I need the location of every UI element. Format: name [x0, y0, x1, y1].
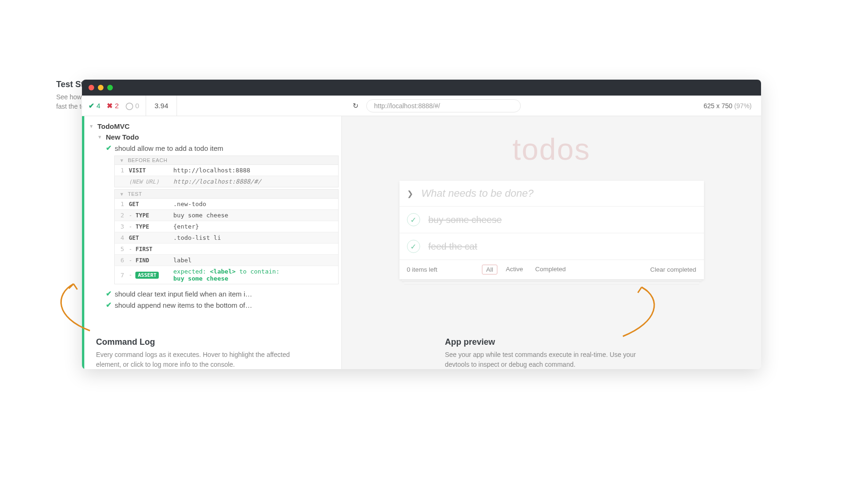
app-heading: todos — [512, 132, 591, 167]
items-left-label: 0 items left — [407, 266, 437, 273]
test-row[interactable]: ✔ should clear text input field when an … — [89, 288, 339, 299]
todo-toggle[interactable]: ✓ — [407, 213, 420, 226]
command-row[interactable]: 5FIRST — [115, 244, 338, 255]
command-row[interactable]: 7ASSERTexpected: <label> to contain: buy… — [115, 266, 338, 284]
window-minimize-button[interactable] — [98, 85, 104, 90]
test-status-bar: ✔4 ✖2 ◯0 3.94 ↻ http://localhost:8888/#/… — [82, 96, 761, 116]
chevron-down-icon[interactable]: ❯ — [407, 189, 413, 198]
command-name: FIRST — [127, 244, 171, 254]
assert-badge: ASSERT — [135, 272, 159, 279]
filter-active[interactable]: Active — [502, 265, 527, 274]
caret-down-icon: ▼ — [89, 124, 95, 129]
window-titlebar — [82, 80, 761, 96]
test-row[interactable]: ✔ should allow me to add a todo item — [89, 142, 339, 154]
line-number: 2 — [115, 210, 127, 221]
new-todo-input[interactable]: What needs to be done? — [422, 187, 534, 200]
window-maximize-button[interactable] — [107, 85, 113, 90]
section-header[interactable]: ▼ TEST — [114, 189, 339, 198]
callout-title: App preview — [445, 337, 656, 347]
command-row[interactable]: (NEW URL)http://localhost:8888/#/ — [115, 176, 338, 187]
todo-footer: 0 items left All Active Completed Clear … — [399, 260, 704, 279]
caret-down-icon: ▼ — [97, 134, 103, 140]
reload-icon: ↻ — [353, 102, 359, 110]
window-close-button[interactable] — [89, 85, 94, 90]
command-name: TYPE — [127, 222, 171, 232]
callout-title: Command Log — [96, 337, 316, 347]
command-row[interactable]: 2TYPEbuy some cheese — [115, 210, 338, 221]
test-runner-window: ✔4 ✖2 ◯0 3.94 ↻ http://localhost:8888/#/… — [82, 80, 761, 369]
command-value — [171, 247, 338, 251]
command-value: buy some cheese — [171, 210, 338, 221]
command-name: TYPE — [127, 210, 171, 221]
test-duration: 3.94 — [146, 96, 177, 116]
passed-count[interactable]: ✔4 — [89, 102, 100, 110]
command-name: GET — [127, 199, 171, 209]
command-value: expected: <label> to contain: buy some c… — [171, 266, 338, 284]
filter-all[interactable]: All — [482, 265, 497, 274]
command-row[interactable]: 3TYPE{enter} — [115, 221, 338, 232]
x-icon: ✖ — [107, 102, 113, 110]
line-number: 1 — [115, 199, 127, 209]
viewport-size-display[interactable]: 625 x 750 (97%) — [694, 102, 761, 110]
context-row[interactable]: ▼ New Todo — [89, 132, 339, 142]
command-name: VISIT — [127, 165, 171, 176]
failed-count[interactable]: ✖2 — [107, 102, 118, 110]
todo-item[interactable]: ✓buy some cheese — [399, 207, 704, 233]
line-number: 1 — [115, 165, 127, 176]
command-value: http://localhost:8888/#/ — [171, 176, 338, 187]
line-number: 7 — [115, 270, 127, 281]
clear-completed-button[interactable]: Clear completed — [650, 266, 696, 273]
callout-desc: See your app while test commands execute… — [445, 350, 656, 369]
check-icon: ✔ — [106, 301, 112, 309]
circle-icon: ◯ — [126, 102, 133, 110]
command-row[interactable]: 6FINDlabel — [115, 255, 338, 266]
todo-label: buy some cheese — [429, 215, 502, 225]
reload-button[interactable]: ↻ — [345, 102, 366, 110]
line-number: 3 — [115, 221, 127, 232]
app-preview-panel: todos ❯ What needs to be done? ✓buy some… — [342, 116, 761, 369]
filter-completed[interactable]: Completed — [532, 265, 569, 274]
suite-row[interactable]: ▼ TodoMVC — [89, 121, 339, 132]
command-name: GET — [127, 233, 171, 243]
check-icon: ✓ — [410, 242, 416, 251]
command-row[interactable]: 1VISIThttp://localhost:8888 — [115, 165, 338, 176]
check-icon: ✔ — [89, 102, 95, 110]
filter-group: All Active Completed — [482, 265, 569, 274]
command-value: {enter} — [171, 221, 338, 232]
caret-down-icon: ▼ — [119, 158, 125, 163]
check-icon: ✓ — [410, 215, 416, 224]
todo-item[interactable]: ✓feed the cat — [399, 233, 704, 260]
todo-label: feed the cat — [429, 241, 478, 252]
check-icon: ✔ — [106, 289, 112, 298]
todo-app: ❯ What needs to be done? ✓buy some chees… — [399, 181, 704, 279]
caret-down-icon: ▼ — [119, 192, 125, 197]
command-row[interactable]: 1GET.new-todo — [115, 199, 338, 210]
command-name: FIND — [127, 255, 171, 266]
command-row[interactable]: 4GET.todo-list li — [115, 232, 338, 244]
section-header[interactable]: ▼ BEFORE EACH — [114, 156, 339, 164]
line-number: 4 — [115, 232, 127, 243]
new-todo-row: ❯ What needs to be done? — [399, 181, 704, 207]
command-name: ASSERT — [127, 270, 171, 280]
check-icon: ✔ — [106, 144, 112, 152]
test-section: ▼ TEST 1GET.new-todo2TYPEbuy some cheese… — [114, 189, 339, 284]
line-number: 6 — [115, 255, 127, 266]
before-each-section: ▼ BEFORE EACH 1VISIThttp://localhost:888… — [114, 156, 339, 187]
command-name: (NEW URL) — [127, 177, 171, 187]
test-counts: ✔4 ✖2 ◯0 — [82, 96, 146, 116]
callout-command-log: Command Log Every command logs as it exe… — [96, 337, 316, 369]
command-value: label — [171, 255, 338, 266]
command-value: .new-todo — [171, 199, 338, 209]
line-number: 5 — [115, 244, 127, 254]
pending-count[interactable]: ◯0 — [126, 102, 139, 110]
callout-desc: Every command logs as it executes. Hover… — [96, 350, 316, 369]
command-value: http://localhost:8888 — [171, 165, 338, 176]
line-number — [115, 180, 127, 184]
test-row[interactable]: ✔ should append new items to the bottom … — [89, 299, 339, 311]
todo-toggle[interactable]: ✓ — [407, 240, 420, 253]
command-log-panel: ▼ TodoMVC ▼ New Todo ✔ should allow me t… — [82, 116, 342, 369]
url-preview-input[interactable]: http://localhost:8888/#/ — [366, 99, 521, 112]
command-value: .todo-list li — [171, 232, 338, 243]
callout-app-preview: App preview See your app while test comm… — [445, 337, 656, 369]
